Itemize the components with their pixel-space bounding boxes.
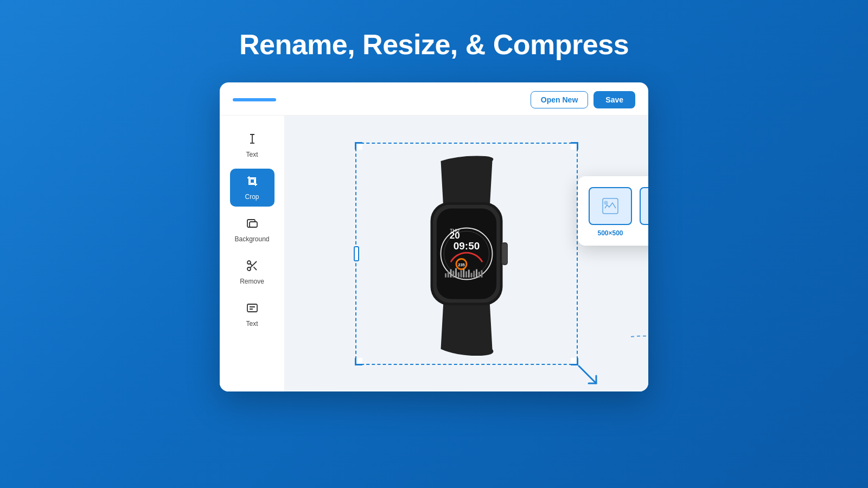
- sidebar-item-text2-label: Text: [246, 320, 258, 328]
- svg-rect-28: [455, 268, 457, 277]
- resize-arrow-icon: [577, 364, 598, 386]
- sidebar-item-background[interactable]: Background: [230, 211, 275, 249]
- app-window: Open New Save Text: [220, 82, 648, 391]
- page-title: Rename, Resize, & Compress: [239, 28, 629, 61]
- text-annotation-icon: [246, 301, 259, 317]
- svg-point-7: [247, 267, 251, 271]
- scissors-icon: [246, 259, 259, 274]
- preset-thumb-500: [589, 187, 632, 225]
- crop-icon: [246, 175, 259, 190]
- svg-rect-26: [450, 269, 452, 277]
- sidebar: Text Crop: [220, 115, 285, 391]
- header-actions: Open New Save: [531, 91, 635, 108]
- sidebar-item-crop-label: Crop: [245, 193, 259, 201]
- svg-rect-40: [502, 243, 508, 264]
- svg-line-10: [250, 264, 252, 266]
- preset-500x500[interactable]: 500×500: [589, 187, 632, 237]
- sidebar-item-background-label: Background: [234, 235, 269, 243]
- svg-rect-11: [247, 304, 257, 312]
- svg-rect-29: [458, 272, 459, 278]
- svg-rect-27: [452, 271, 454, 277]
- sidebar-item-text2[interactable]: Text: [230, 296, 275, 333]
- svg-rect-36: [476, 269, 477, 277]
- svg-line-9: [253, 267, 257, 270]
- svg-rect-32: [465, 271, 467, 277]
- crop-box[interactable]: 09:50 THU 20 235: [355, 143, 578, 365]
- svg-rect-33: [468, 269, 470, 277]
- canvas-area: 09:50 THU 20 235: [285, 115, 648, 391]
- sidebar-item-remove[interactable]: Remove: [230, 253, 275, 291]
- svg-rect-31: [463, 268, 464, 277]
- sidebar-item-remove-label: Remove: [240, 278, 264, 285]
- connection-curve: [626, 326, 648, 380]
- svg-rect-25: [448, 271, 449, 277]
- svg-rect-3: [250, 179, 254, 183]
- svg-line-41: [579, 366, 596, 383]
- sidebar-item-crop[interactable]: Crop: [230, 169, 275, 207]
- svg-text:235: 235: [458, 262, 465, 267]
- sidebar-item-text1[interactable]: Text: [230, 126, 275, 164]
- background-icon: [246, 217, 259, 232]
- svg-point-6: [247, 261, 251, 264]
- crop-handle-tl[interactable]: [355, 142, 362, 150]
- app-body: Text Crop: [220, 115, 648, 391]
- app-header: Open New Save: [220, 82, 648, 115]
- product-image-watch: 09:50 THU 20 235: [380, 151, 553, 357]
- svg-text:20: 20: [450, 230, 460, 240]
- preset-thumb-750: [640, 187, 648, 225]
- svg-rect-30: [461, 270, 462, 277]
- sidebar-item-text1-label: Text: [246, 151, 258, 158]
- svg-rect-37: [478, 272, 480, 277]
- text-cursor-icon: [246, 132, 259, 147]
- save-button[interactable]: Save: [593, 91, 635, 108]
- crop-handle-left[interactable]: [354, 246, 359, 261]
- svg-rect-5: [250, 222, 257, 227]
- crop-handle-bl[interactable]: [355, 358, 362, 365]
- resize-presets-panel: 500×500 750×400: [578, 176, 648, 246]
- preset-750x400[interactable]: 750×400: [640, 187, 648, 237]
- svg-point-43: [604, 201, 608, 204]
- open-new-button[interactable]: Open New: [531, 91, 588, 108]
- svg-text:09:50: 09:50: [454, 240, 480, 252]
- svg-rect-34: [471, 273, 473, 278]
- crop-handle-tr[interactable]: [571, 142, 578, 150]
- logo-bar: [233, 98, 276, 101]
- svg-rect-38: [481, 270, 483, 277]
- svg-rect-35: [473, 271, 475, 277]
- svg-rect-24: [445, 273, 446, 278]
- svg-rect-16: [437, 208, 496, 299]
- preset-500-label: 500×500: [597, 229, 623, 237]
